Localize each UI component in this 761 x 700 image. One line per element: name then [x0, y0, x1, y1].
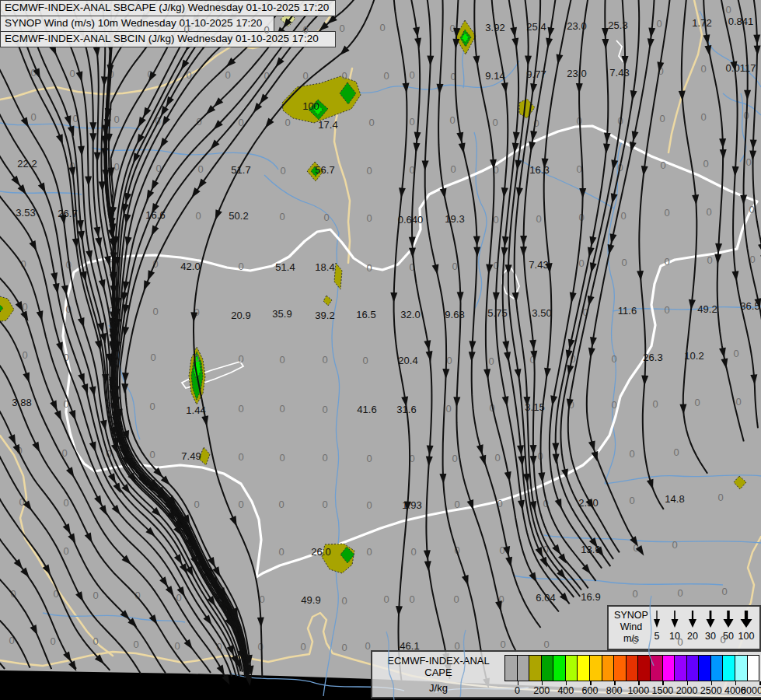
station-zero-label: 0	[264, 24, 269, 36]
weather-analysis-map: 03.9225.423.025.301.720.8410000000000000…	[0, 0, 761, 700]
station-zero-label: 0	[339, 23, 344, 34]
station-zero-label: 0	[720, 634, 725, 646]
station-zero-label: 0	[632, 635, 637, 646]
station-zero-label: 0	[379, 22, 385, 33]
station-values-overlay: 00000000	[0, 0, 761, 700]
station-zero-label: 0	[183, 23, 189, 35]
station-zero-label: 0	[677, 636, 682, 648]
station-zero-label: 0	[302, 24, 308, 36]
